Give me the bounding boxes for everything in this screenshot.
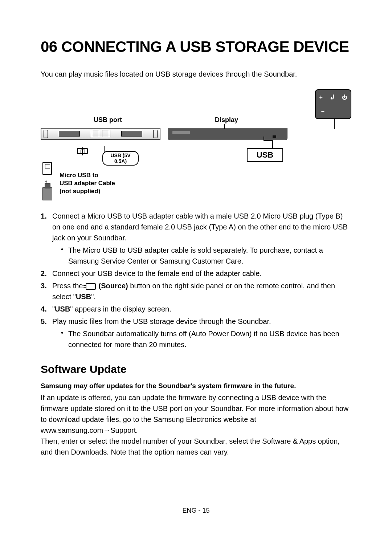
step-1-note: The Micro USB to USB adapter cable is so…: [61, 245, 351, 267]
step-3-usb: USB: [76, 293, 91, 301]
soundbar-rear-illustration: [41, 128, 160, 140]
display-window: [273, 135, 276, 138]
step-3-pre: Press the: [52, 282, 85, 290]
usb-display-box: USB: [247, 148, 283, 162]
minus-icon: −: [321, 108, 324, 115]
micro-label-line1: Micro USB to: [60, 172, 98, 179]
step-2: Connect your USB device to the female en…: [41, 268, 351, 279]
software-update-para1: If an update is offered, you can update …: [41, 392, 351, 436]
page-footer: ENG - 15: [0, 507, 392, 514]
software-update-heading: Software Update: [41, 363, 351, 375]
source-icon: ↲: [330, 93, 335, 101]
callout-line: [224, 124, 225, 129]
callout-line: [264, 140, 273, 141]
software-update-para2: Then, enter or select the model number o…: [41, 436, 351, 457]
usb-port-label: USB port: [94, 116, 122, 124]
soundbar-front-illustration: [168, 128, 287, 140]
callout-line: [264, 137, 264, 141]
step-1-text: Connect a Micro USB to USB adapter cable…: [52, 212, 348, 242]
usb-a-icon: [42, 162, 52, 175]
software-update-bold: Samsung may offer updates for the Soundb…: [41, 382, 351, 390]
side-control-panel: + ↲ ⏻ −: [315, 89, 351, 119]
usb-5v-label: USB (5V 0.5A): [102, 151, 139, 166]
micro-usb-cable-label: Micro USB to USB adapter Cable (not supp…: [60, 171, 115, 195]
power-icon: ⏻: [342, 94, 347, 100]
page-title: 06 CONNECTING A USB STORAGE DEVICE: [41, 38, 351, 56]
usb-stick-icon: [42, 187, 52, 200]
step-3-source: (Source): [97, 282, 128, 290]
cable-line: [82, 147, 83, 155]
plus-icon: +: [319, 94, 323, 101]
instruction-list: Connect a Micro USB to USB adapter cable…: [41, 211, 351, 350]
step-4-usb: USB: [55, 305, 70, 313]
step-5: Play music files from the USB storage de…: [41, 316, 351, 350]
step-5-note: The Soundbar automatically turns off (Au…: [61, 328, 351, 350]
step-5-text: Play music files from the USB storage de…: [52, 317, 271, 325]
connection-diagram: USB port Display USB (5V 0.5A) ↑ Micro U…: [41, 89, 351, 202]
intro-text: You can play music files located on USB …: [41, 70, 351, 78]
step-3: Press the (Source) button on the right s…: [41, 280, 351, 302]
micro-label-line2: USB adapter Cable: [60, 180, 115, 187]
step-3-end: ".: [91, 293, 96, 301]
brand-mark: [172, 131, 190, 134]
step-1: Connect a Micro USB to USB adapter cable…: [41, 211, 351, 267]
display-label: Display: [215, 116, 238, 124]
source-button-icon: [86, 283, 96, 290]
step-4-post: " appears in the display screen.: [70, 305, 171, 313]
micro-label-line3: (not supplied): [60, 188, 100, 195]
callout-line: [334, 119, 335, 129]
step-4: "USB" appears in the display screen.: [41, 304, 351, 314]
